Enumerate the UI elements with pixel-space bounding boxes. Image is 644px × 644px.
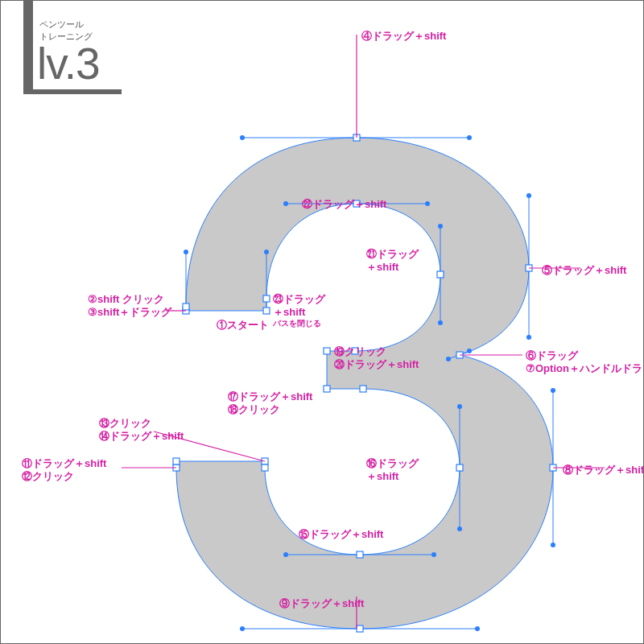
svg-point-25	[184, 250, 188, 254]
svg-point-30	[264, 250, 269, 254]
svg-rect-31	[263, 308, 270, 314]
label-6: ⑥ドラッグ	[526, 349, 578, 363]
svg-point-28	[438, 224, 443, 229]
label-8: ⑧ドラッグ＋shift	[563, 463, 644, 477]
svg-rect-43	[357, 551, 363, 558]
svg-point-29	[438, 320, 443, 325]
svg-point-18	[551, 543, 555, 547]
svg-point-19	[240, 626, 245, 631]
svg-point-20	[475, 626, 480, 631]
svg-point-11	[240, 135, 245, 140]
label-18: ⑱クリック	[228, 402, 280, 417]
svg-rect-49	[437, 271, 444, 278]
label-16b: ＋shift	[366, 469, 398, 484]
svg-rect-33	[183, 303, 189, 310]
svg-rect-38	[357, 625, 363, 632]
svg-point-14	[526, 335, 531, 340]
label-16a: ⑯ドラッグ	[366, 456, 419, 471]
label-17: ⑰ドラッグ＋shift	[228, 390, 312, 404]
svg-rect-40	[173, 458, 180, 464]
label-22: ㉒ドラッグ＋shift	[302, 197, 386, 212]
svg-point-13	[526, 193, 531, 198]
label-14: ⑭ドラッグ＋shift	[99, 429, 184, 444]
svg-point-21	[283, 552, 288, 557]
label-7: ⑦Option＋ハンドルドラッグ	[526, 361, 644, 376]
label-23a: ㉓ドラッグ	[273, 292, 325, 307]
diagram-frame: ペンツール トレーニング lv.3	[0, 0, 644, 644]
label-12: ⑫クリック	[22, 469, 74, 484]
vector-canvas	[1, 1, 644, 644]
svg-point-16	[446, 357, 451, 361]
label-5: ⑤ドラッグ＋shift	[542, 263, 626, 278]
svg-rect-45	[360, 386, 366, 392]
svg-point-27	[425, 201, 430, 206]
label-2: ②shift クリック	[88, 292, 164, 307]
label-3: ③shift＋ドラッグ	[88, 305, 171, 320]
label-19: ⑲クリック	[334, 345, 386, 359]
svg-rect-42	[262, 464, 268, 471]
svg-rect-47	[324, 348, 330, 354]
label-13: ⑬クリック	[99, 416, 151, 431]
label-21a: ㉑ドラッグ	[366, 247, 419, 262]
label-21b: ＋shift	[366, 260, 398, 275]
label-20: ⑳ドラッグ＋shift	[334, 357, 419, 372]
svg-point-26	[283, 201, 288, 206]
svg-point-23	[457, 404, 462, 409]
svg-point-22	[431, 552, 436, 557]
svg-rect-46	[324, 386, 330, 392]
svg-point-15	[467, 349, 472, 353]
svg-point-12	[467, 135, 472, 140]
label-23b: ＋shift	[273, 305, 305, 320]
label-11: ⑪ドラッグ＋shift	[22, 456, 106, 471]
label-23c: パスを閉じる	[273, 318, 321, 329]
svg-rect-44	[456, 464, 463, 471]
svg-rect-51	[263, 295, 270, 302]
label-4: ④ドラッグ＋shift	[361, 29, 446, 43]
svg-point-24	[457, 526, 462, 531]
label-1: ①スタート	[217, 318, 269, 332]
label-15: ⑮ドラッグ＋shift	[299, 527, 383, 542]
svg-point-17	[551, 388, 555, 393]
label-9: ⑨ドラッグ＋shift	[279, 597, 364, 611]
